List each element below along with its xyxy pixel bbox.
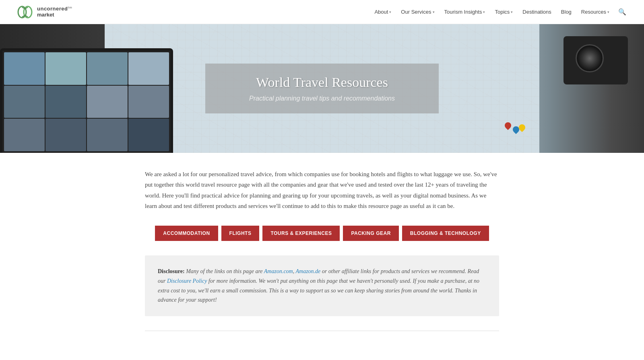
amazon-de-link[interactable]: Amazon.de [295, 268, 320, 274]
accommodation-button[interactable]: ACCOMMODATION [155, 226, 218, 241]
disclosure-text-before: Many of the links on this page are [186, 268, 262, 274]
nav-link-tourism-insights[interactable]: Tourism Insights ▾ [440, 6, 489, 18]
nav-link-about[interactable]: About ▾ [370, 6, 395, 18]
hero-camera-decoration [564, 36, 628, 84]
hero-text-overlay: World Travel Resources Practical plannin… [205, 64, 439, 113]
hero-section: World Travel Resources Practical plannin… [0, 24, 644, 153]
main-nav: uncorneredTM market About ▾ Our Services… [0, 0, 644, 24]
nav-link-services[interactable]: Our Services ▾ [397, 6, 438, 18]
nav-links-list: About ▾ Our Services ▾ Tourism Insights … [370, 6, 613, 18]
hero-title: World Travel Resources [237, 75, 407, 90]
chevron-down-icon: ▾ [483, 10, 485, 14]
nav-link-blog[interactable]: Blog [557, 6, 576, 18]
chevron-down-icon: ▾ [389, 10, 391, 14]
disclosure-box: Disclosure: Many of the links on this pa… [145, 255, 499, 316]
chevron-down-icon: ▾ [433, 10, 435, 14]
disclosure-comma: , [293, 268, 295, 274]
search-icon[interactable]: 🔍 [617, 6, 628, 17]
packing-gear-button[interactable]: PACKING GEAR [343, 226, 398, 241]
nav-item-about[interactable]: About ▾ [370, 6, 395, 18]
chevron-down-icon: ▾ [511, 10, 513, 14]
laptop-screen [2, 51, 171, 153]
nav-item-resources[interactable]: Resources ▾ [577, 6, 613, 18]
amazon-com-link[interactable]: Amazon.com [264, 268, 293, 274]
chevron-down-icon: ▾ [607, 10, 609, 14]
logo-text-line2: market [37, 12, 72, 18]
blogging-technology-button[interactable]: BLOGGING & TECHNOLOGY [402, 226, 489, 241]
nav-item-blog[interactable]: Blog [557, 6, 576, 18]
hero-subtitle: Practical planning travel tips and recom… [237, 95, 407, 102]
category-buttons-row: ACCOMMODATION FLIGHTS TOURS & EXPERIENCE… [145, 226, 499, 241]
nav-item-services[interactable]: Our Services ▾ [397, 6, 438, 18]
disclosure-label: Disclosure: [158, 268, 185, 274]
flights-button[interactable]: FLIGHTS [221, 226, 260, 241]
logo-icon [16, 3, 34, 21]
main-content-area: We are asked a lot for our personalized … [137, 153, 507, 351]
intro-paragraph: We are asked a lot for our personalized … [145, 169, 499, 211]
content-divider [145, 331, 499, 331]
nav-link-topics[interactable]: Topics ▾ [491, 6, 517, 18]
nav-item-topics[interactable]: Topics ▾ [491, 6, 517, 18]
disclosure-policy-link[interactable]: Disclosure Policy [167, 278, 207, 284]
tours-experiences-button[interactable]: TOURS & EXPERIENCES [262, 226, 340, 241]
nav-link-resources[interactable]: Resources ▾ [577, 6, 613, 18]
nav-link-destinations[interactable]: Destinations [518, 6, 555, 18]
logo-text-line1: uncorneredTM [37, 6, 72, 12]
nav-item-tourism-insights[interactable]: Tourism Insights ▾ [440, 6, 489, 18]
camera-lens [576, 44, 604, 72]
logo-link[interactable]: uncorneredTM market [16, 3, 72, 21]
nav-item-destinations[interactable]: Destinations [518, 6, 555, 18]
hero-laptop-decoration [0, 48, 173, 153]
